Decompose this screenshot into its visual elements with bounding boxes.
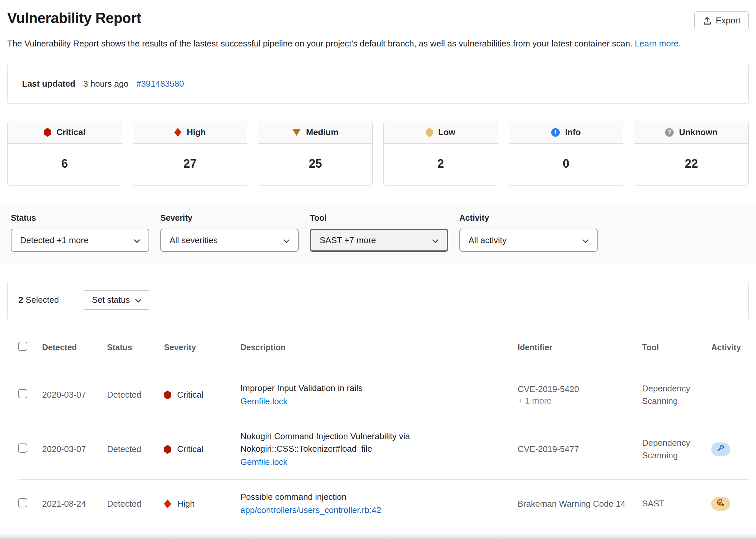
tool-cell: Dependency Scanning	[642, 371, 711, 419]
severity-critical-icon	[164, 445, 171, 454]
select-all-checkbox[interactable]	[18, 342, 27, 351]
severity-card-header[interactable]: Critical	[8, 121, 122, 144]
filter-severity-dropdown[interactable]: All severities	[160, 229, 299, 252]
pipeline-link[interactable]: #391483580	[136, 79, 184, 89]
set-status-button[interactable]: Set status	[83, 290, 150, 310]
page-title: Vulnerability Report	[7, 10, 141, 26]
row-checkbox-cell	[18, 535, 42, 539]
identifier-more-count: + 1 more	[517, 396, 636, 406]
selected-count-number: 2	[19, 295, 23, 305]
severity-low-icon	[426, 128, 433, 137]
filter-bar: StatusDetected +1 moreSeverityAll severi…	[0, 204, 756, 265]
chevron-down-icon	[583, 235, 588, 246]
page-description: The Vulnerability Report shows the resul…	[7, 38, 749, 49]
location-file-link[interactable]: Gemfile.lock	[241, 395, 501, 408]
table-row: 2021-08-24DetectedHighPossible command i…	[18, 480, 749, 528]
severity-card-header[interactable]: iInfo	[509, 121, 623, 144]
severity-card-header[interactable]: Low	[383, 121, 498, 144]
severity-card-critical: Critical6	[7, 121, 122, 186]
column-header-description: Description	[241, 343, 517, 352]
severity-value: Critical	[164, 379, 241, 411]
severity-card-count: 0	[509, 144, 623, 185]
filter-severity-value: All severities	[170, 235, 218, 246]
identifier-cell: CVE-2019-5477	[517, 433, 642, 466]
last-updated-label: Last updated	[22, 79, 75, 89]
filter-status-dropdown[interactable]: Detected +1 more	[11, 229, 149, 252]
filter-status-label: Status	[11, 213, 149, 223]
severity-medium-icon	[292, 129, 301, 136]
detected-date: 2021-08-24	[42, 488, 107, 520]
table-row: 2020-03-07DetectedCriticalNokogiri Comma…	[18, 419, 749, 480]
chevron-down-icon	[432, 235, 438, 246]
description-cell: Improper Input Validation in railsGemfil…	[241, 371, 517, 419]
description-cell: Possible command injectionapp/controller…	[241, 480, 517, 527]
selected-count: 2 Selected	[19, 295, 59, 305]
severity-unknown-icon: ?	[665, 128, 674, 137]
learn-more-link[interactable]: Learn more.	[635, 38, 681, 48]
severity-summary-cards: Critical6High27Medium25Low2iInfo0?Unknow…	[7, 121, 749, 186]
identifier-primary: CVE-2019-5477	[517, 444, 636, 454]
severity-card-header[interactable]: High	[133, 121, 247, 144]
tool-cell: Dependency Scanning	[642, 528, 711, 539]
severity-card-header[interactable]: Medium	[258, 121, 373, 144]
severity-card-count: 6	[8, 144, 122, 185]
tool-cell: SAST	[642, 486, 711, 521]
vulnerability-title-link[interactable]: Nokogiri Command Injection Vulnerability…	[241, 431, 410, 454]
table-row: 2020-03-07DetectedCriticalImproper Input…	[18, 371, 749, 419]
page-header: Vulnerability Report Export	[7, 10, 749, 30]
row-checkbox[interactable]	[18, 498, 27, 507]
severity-card-label: High	[187, 127, 206, 137]
severity-high-icon	[174, 128, 181, 137]
severity-card-header[interactable]: ?Unknown	[634, 121, 748, 144]
filter-tool-label: Tool	[310, 213, 448, 223]
remediation-available-badge[interactable]	[711, 442, 730, 456]
severity-card-count: 25	[258, 144, 373, 185]
chevron-down-icon	[284, 235, 289, 246]
severity-label: High	[177, 499, 195, 509]
severity-info-icon: i	[551, 128, 560, 137]
severity-card-unknown: ?Unknown22	[634, 121, 749, 186]
column-header-severity: Severity	[164, 343, 241, 352]
row-checkbox-cell	[18, 432, 42, 466]
vulnerability-report-page: Vulnerability Report Export The Vulnerab…	[0, 0, 756, 539]
severity-card-count: 27	[133, 144, 247, 185]
filter-severity: SeverityAll severities	[160, 213, 299, 252]
severity-card-count: 22	[634, 144, 748, 185]
filter-tool-dropdown[interactable]: SAST +7 more	[310, 229, 448, 252]
export-button[interactable]: Export	[694, 11, 749, 30]
description-cell: Uncontrolled Resource Consumption in web…	[241, 528, 517, 539]
severity-card-label: Medium	[306, 127, 338, 137]
export-upload-icon	[703, 16, 712, 25]
status-value: Detected	[107, 379, 164, 411]
location-file-link[interactable]: Gemfile.lock	[241, 456, 501, 469]
tool-cell: Dependency Scanning	[642, 426, 711, 473]
status-value: Detected	[107, 488, 164, 520]
identifier-primary: CVE-2019-5420	[517, 384, 636, 394]
issue-created-badge[interactable]	[711, 497, 730, 511]
export-button-label: Export	[716, 16, 740, 26]
filter-tool: ToolSAST +7 more	[310, 213, 448, 252]
filter-activity-dropdown[interactable]: All activity	[459, 229, 598, 252]
identifier-primary: Brakeman Warning Code 14	[517, 499, 636, 509]
severity-value: Critical	[164, 433, 241, 466]
filter-severity-label: Severity	[160, 213, 299, 223]
severity-card-count: 2	[383, 144, 498, 185]
selected-count-label: Selected	[26, 295, 59, 305]
row-checkbox[interactable]	[18, 389, 27, 398]
detected-date: 2020-10-04	[42, 536, 107, 539]
vulnerability-title-link[interactable]: Improper Input Validation in rails	[241, 383, 363, 393]
last-updated-panel: Last updated 3 hours ago #391483580	[7, 64, 749, 104]
row-checkbox[interactable]	[18, 443, 27, 453]
wrench-icon	[717, 444, 725, 454]
severity-critical-icon	[44, 128, 51, 137]
row-checkbox-cell	[18, 378, 42, 412]
detected-date: 2020-03-07	[42, 379, 107, 411]
column-header-status: Status	[107, 343, 164, 352]
severity-card-medium: Medium25	[258, 121, 373, 186]
status-value: Detected	[107, 433, 164, 466]
activity-cell	[711, 431, 749, 468]
severity-card-low: Low2	[383, 121, 498, 186]
vulnerability-title-link[interactable]: Possible command injection	[241, 492, 346, 502]
description-cell: Nokogiri Command Injection Vulnerability…	[241, 419, 517, 479]
location-file-link[interactable]: app/controllers/users_controller.rb:42	[241, 504, 501, 516]
